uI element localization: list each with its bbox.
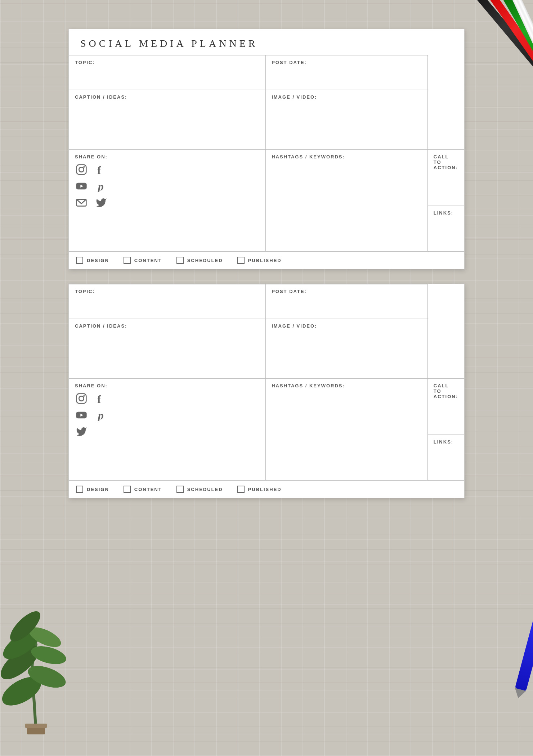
call-to-action-label-2: CALL TO ACTION: (434, 383, 458, 399)
planner-table-1: TOPIC: POST DATE: CAPTION / IDEAS: IMAGE… (69, 55, 464, 251)
published-checkbox[interactable] (237, 257, 245, 264)
design-checkbox-item-2[interactable]: DESIGN (76, 486, 109, 493)
page-container: SOCIAL MEDIA PLANNER TOPIC: POST DATE: C… (68, 29, 465, 498)
planner-card-1: SOCIAL MEDIA PLANNER TOPIC: POST DATE: C… (68, 29, 465, 269)
planner-table-2: TOPIC: POST DATE: CAPTION / IDEAS: IMAGE… (69, 284, 464, 480)
blue-pen-decoration (515, 544, 533, 693)
instagram-icon-2[interactable] (75, 392, 88, 405)
svg-rect-9 (77, 165, 86, 175)
image-video-cell-2: IMAGE / VIDEO: (266, 319, 428, 379)
links-label-2: LINKS: (434, 439, 458, 445)
image-video-label: IMAGE / VIDEO: (272, 94, 422, 100)
content-checkbox-item[interactable]: CONTENT (124, 257, 162, 264)
hashtags-content[interactable] (272, 162, 422, 205)
facebook-icon[interactable]: f (95, 163, 108, 176)
topic-cell: TOPIC: (69, 55, 266, 90)
email-icon[interactable] (75, 196, 88, 209)
svg-point-11 (83, 166, 85, 168)
topic-row-2: TOPIC: POST DATE: (69, 284, 464, 319)
design-label-2: DESIGN (87, 487, 109, 492)
post-date-label: POST DATE: (272, 60, 422, 65)
share-on-label: SHARE ON: (75, 154, 260, 159)
caption-cell: CAPTION / IDEAS: (69, 90, 266, 150)
scheduled-checkbox-item[interactable]: SCHEDULED (176, 257, 223, 264)
links-section: LINKS: (428, 206, 464, 251)
published-label: PUBLISHED (248, 258, 282, 263)
scheduled-checkbox[interactable] (176, 257, 184, 264)
topic-content[interactable] (75, 67, 260, 85)
design-checkbox-item[interactable]: DESIGN (76, 257, 109, 264)
youtube-icon[interactable] (75, 180, 88, 193)
call-to-action-content-2[interactable] (434, 401, 458, 430)
svg-rect-7 (27, 727, 45, 734)
pinterest-icon[interactable]: p (95, 180, 108, 193)
checkbox-row-1: DESIGN CONTENT SCHEDULED PUBLISHED (69, 251, 464, 269)
hashtags-cell-2: HASHTAGS / KEYWORDS: (266, 379, 428, 480)
scheduled-label-2: SCHEDULED (187, 487, 223, 492)
content-checkbox-2[interactable] (124, 486, 131, 493)
pinterest-icon-2[interactable]: p (95, 409, 108, 422)
caption-row-2: CAPTION / IDEAS: IMAGE / VIDEO: (69, 319, 464, 379)
design-checkbox-2[interactable] (76, 486, 83, 493)
twitter-icon-2[interactable] (75, 425, 88, 438)
cta-links-cell-2: CALL TO ACTION: LINKS: (427, 379, 464, 480)
post-date-content-2[interactable] (272, 296, 422, 314)
call-to-action-content[interactable] (434, 172, 458, 201)
caption-content-2[interactable] (75, 331, 260, 374)
instagram-icon[interactable] (75, 163, 88, 176)
topic-label-2: TOPIC: (75, 289, 260, 294)
checkbox-row-2: DESIGN CONTENT SCHEDULED PUBLISHED (69, 480, 464, 498)
links-content-2[interactable] (434, 447, 458, 476)
caption-content[interactable] (75, 102, 260, 145)
post-date-label-2: POST DATE: (272, 289, 422, 294)
topic-content-2[interactable] (75, 296, 260, 314)
content-checkbox-item-2[interactable]: CONTENT (124, 486, 162, 493)
image-video-content-2[interactable] (272, 331, 422, 374)
post-date-content[interactable] (272, 67, 422, 85)
planner-title: SOCIAL MEDIA PLANNER (69, 29, 464, 55)
design-checkbox[interactable] (76, 257, 83, 264)
topic-cell-2: TOPIC: (69, 284, 266, 319)
links-section-2: LINKS: (428, 435, 464, 480)
share-on-cell-2: SHARE ON: f (69, 379, 266, 480)
design-label: DESIGN (87, 258, 109, 263)
social-icons-grid-2: f p (75, 392, 111, 438)
image-video-content[interactable] (272, 102, 422, 145)
hashtags-label: HASHTAGS / KEYWORDS: (272, 154, 422, 159)
published-checkbox-item[interactable]: PUBLISHED (237, 257, 282, 264)
plant-decoration (0, 590, 79, 734)
topic-row: TOPIC: POST DATE: (69, 55, 464, 90)
call-to-action-section: CALL TO ACTION: (428, 150, 464, 206)
content-label-2: CONTENT (134, 487, 162, 492)
call-to-action-section-2: CALL TO ACTION: (428, 379, 464, 435)
image-video-cell: IMAGE / VIDEO: (266, 90, 428, 150)
scheduled-checkbox-item-2[interactable]: SCHEDULED (176, 486, 223, 493)
svg-rect-8 (25, 724, 47, 728)
svg-text:f: f (97, 165, 101, 175)
scheduled-checkbox-2[interactable] (176, 486, 184, 493)
share-row: SHARE ON: f (69, 150, 464, 251)
caption-label: CAPTION / IDEAS: (75, 94, 260, 100)
social-icons-grid: f p (75, 163, 111, 209)
twitter-icon[interactable] (95, 196, 108, 209)
facebook-icon-2[interactable]: f (95, 392, 108, 405)
youtube-icon-2[interactable] (75, 409, 88, 422)
hashtags-content-2[interactable] (272, 391, 422, 434)
content-checkbox[interactable] (124, 257, 131, 264)
svg-point-19 (83, 395, 85, 397)
share-row-2: SHARE ON: f (69, 379, 464, 480)
links-label: LINKS: (434, 210, 458, 216)
post-date-cell: POST DATE: (266, 55, 428, 90)
published-checkbox-item-2[interactable]: PUBLISHED (237, 486, 282, 493)
planner-card-2: TOPIC: POST DATE: CAPTION / IDEAS: IMAGE… (68, 284, 465, 498)
svg-text:f: f (97, 393, 101, 404)
hashtags-cell: HASHTAGS / KEYWORDS: (266, 150, 428, 251)
image-video-label-2: IMAGE / VIDEO: (272, 323, 422, 329)
svg-text:p: p (97, 409, 104, 421)
cta-links-cell: CALL TO ACTION: LINKS: (427, 150, 464, 251)
caption-label-2: CAPTION / IDEAS: (75, 323, 260, 329)
content-label: CONTENT (134, 258, 162, 263)
links-content[interactable] (434, 218, 458, 247)
scheduled-label: SCHEDULED (187, 258, 223, 263)
published-checkbox-2[interactable] (237, 486, 245, 493)
